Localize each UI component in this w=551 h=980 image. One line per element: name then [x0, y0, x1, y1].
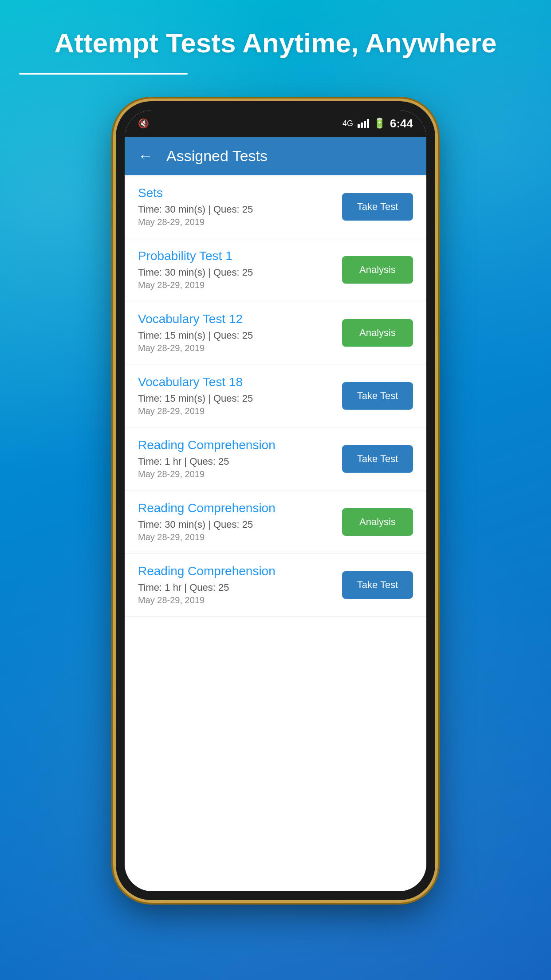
- test-meta: Time: 30 min(s) | Ques: 25: [138, 204, 333, 215]
- take-test-button[interactable]: Take Test: [342, 571, 413, 599]
- test-date: May 28-29, 2019: [138, 343, 333, 353]
- analysis-button[interactable]: Analysis: [342, 319, 413, 347]
- test-name: Probability Test 1: [138, 249, 333, 263]
- test-item: Reading Comprehension Time: 1 hr | Ques:…: [125, 553, 426, 616]
- network-label: 4G: [342, 119, 353, 128]
- status-right: 4G 🔋 6:44: [342, 117, 413, 130]
- signal-bars: [358, 119, 369, 128]
- test-date: May 28-29, 2019: [138, 532, 333, 542]
- test-date: May 28-29, 2019: [138, 280, 333, 290]
- test-item: Vocabulary Test 12 Time: 15 min(s) | Que…: [125, 301, 426, 364]
- battery-icon: 🔋: [374, 118, 386, 129]
- notch: [236, 110, 315, 126]
- take-test-button[interactable]: Take Test: [342, 193, 413, 221]
- test-name: Vocabulary Test 12: [138, 312, 333, 326]
- test-item: Reading Comprehension Time: 30 min(s) | …: [125, 490, 426, 553]
- signal-bar-3: [364, 121, 366, 128]
- test-meta: Time: 1 hr | Ques: 25: [138, 582, 333, 593]
- test-info: Vocabulary Test 12 Time: 15 min(s) | Que…: [138, 312, 342, 353]
- test-date: May 28-29, 2019: [138, 469, 333, 479]
- test-date: May 28-29, 2019: [138, 406, 333, 416]
- test-item: Sets Time: 30 min(s) | Ques: 25 May 28-2…: [125, 175, 426, 238]
- test-meta: Time: 1 hr | Ques: 25: [138, 456, 333, 467]
- test-date: May 28-29, 2019: [138, 217, 333, 227]
- signal-bar-2: [361, 122, 363, 128]
- test-meta: Time: 15 min(s) | Ques: 25: [138, 330, 333, 341]
- take-test-button[interactable]: Take Test: [342, 445, 413, 473]
- analysis-button[interactable]: Analysis: [342, 508, 413, 536]
- test-name: Reading Comprehension: [138, 501, 333, 515]
- phone-screen: 🔇 4G 🔋 6:44 ← Assigned Tests: [125, 110, 426, 891]
- test-info: Reading Comprehension Time: 1 hr | Ques:…: [138, 564, 342, 605]
- test-meta: Time: 30 min(s) | Ques: 25: [138, 519, 333, 530]
- hero-divider: [19, 73, 188, 75]
- test-name: Reading Comprehension: [138, 564, 333, 578]
- page-title: Assigned Tests: [166, 147, 268, 165]
- take-test-button[interactable]: Take Test: [342, 382, 413, 410]
- test-name: Sets: [138, 186, 333, 200]
- signal-bar-1: [358, 124, 360, 128]
- status-bar: 🔇 4G 🔋 6:44: [125, 110, 426, 137]
- test-meta: Time: 15 min(s) | Ques: 25: [138, 393, 333, 404]
- analysis-button[interactable]: Analysis: [342, 256, 413, 284]
- volume-icon: 🔇: [138, 118, 149, 129]
- test-item: Vocabulary Test 18 Time: 15 min(s) | Que…: [125, 364, 426, 427]
- test-list: Sets Time: 30 min(s) | Ques: 25 May 28-2…: [125, 175, 426, 891]
- test-item: Reading Comprehension Time: 1 hr | Ques:…: [125, 427, 426, 490]
- back-button[interactable]: ←: [138, 147, 153, 165]
- test-info: Probability Test 1 Time: 30 min(s) | Que…: [138, 249, 342, 290]
- test-name: Reading Comprehension: [138, 438, 333, 452]
- test-meta: Time: 30 min(s) | Ques: 25: [138, 267, 333, 278]
- test-info: Reading Comprehension Time: 30 min(s) | …: [138, 501, 342, 542]
- test-info: Vocabulary Test 18 Time: 15 min(s) | Que…: [138, 375, 342, 416]
- status-left: 🔇: [138, 118, 149, 129]
- hero-section: Attempt Tests Anytime, Anywhere: [19, 0, 532, 75]
- status-time: 6:44: [390, 117, 413, 130]
- phone-mockup: 🔇 4G 🔋 6:44 ← Assigned Tests: [116, 101, 435, 900]
- test-name: Vocabulary Test 18: [138, 375, 333, 389]
- app-header: ← Assigned Tests: [125, 137, 426, 175]
- test-item: Probability Test 1 Time: 30 min(s) | Que…: [125, 238, 426, 301]
- signal-bar-4: [367, 119, 369, 128]
- test-info: Sets Time: 30 min(s) | Ques: 25 May 28-2…: [138, 186, 342, 227]
- hero-title: Attempt Tests Anytime, Anywhere: [19, 27, 532, 59]
- test-info: Reading Comprehension Time: 1 hr | Ques:…: [138, 438, 342, 479]
- test-date: May 28-29, 2019: [138, 595, 333, 605]
